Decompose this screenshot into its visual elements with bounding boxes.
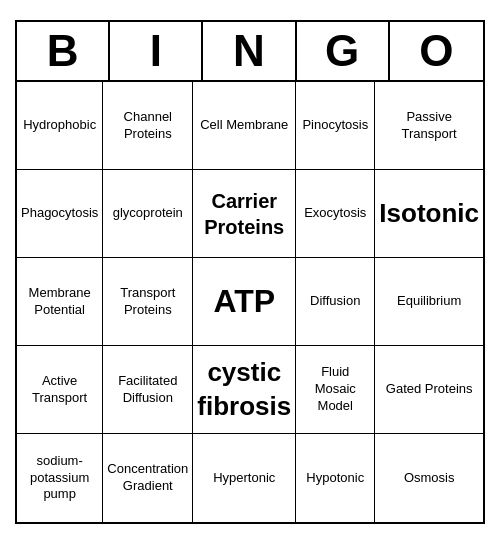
bingo-cell-11: Transport Proteins [103,258,193,346]
bingo-cell-21: Concentration Gradient [103,434,193,522]
bingo-cell-20: sodium-potassium pump [17,434,103,522]
bingo-cell-12: ATP [193,258,296,346]
bingo-cell-4: Passive Transport [375,82,483,170]
bingo-cell-1: Channel Proteins [103,82,193,170]
bingo-cell-15: Active Transport [17,346,103,434]
bingo-cell-18: Fluid Mosaic Model [296,346,375,434]
bingo-grid: HydrophobicChannel ProteinsCell Membrane… [17,82,483,522]
bingo-cell-7: Carrier Proteins [193,170,296,258]
bingo-cell-3: Pinocytosis [296,82,375,170]
header-letter-i: I [110,22,203,80]
bingo-cell-6: glycoprotein [103,170,193,258]
bingo-cell-5: Phagocytosis [17,170,103,258]
bingo-cell-24: Osmosis [375,434,483,522]
bingo-card: BINGO HydrophobicChannel ProteinsCell Me… [15,20,485,524]
bingo-cell-16: Facilitated Diffusion [103,346,193,434]
header-letter-g: G [297,22,390,80]
bingo-cell-0: Hydrophobic [17,82,103,170]
bingo-cell-10: Membrane Potential [17,258,103,346]
bingo-cell-2: Cell Membrane [193,82,296,170]
bingo-cell-19: Gated Proteins [375,346,483,434]
header-letter-o: O [390,22,483,80]
bingo-cell-22: Hypertonic [193,434,296,522]
header-letter-n: N [203,22,296,80]
bingo-cell-9: Isotonic [375,170,483,258]
bingo-header: BINGO [17,22,483,82]
bingo-cell-17: cystic fibrosis [193,346,296,434]
bingo-cell-23: Hypotonic [296,434,375,522]
bingo-cell-13: Diffusion [296,258,375,346]
header-letter-b: B [17,22,110,80]
bingo-cell-14: Equilibrium [375,258,483,346]
bingo-cell-8: Exocytosis [296,170,375,258]
